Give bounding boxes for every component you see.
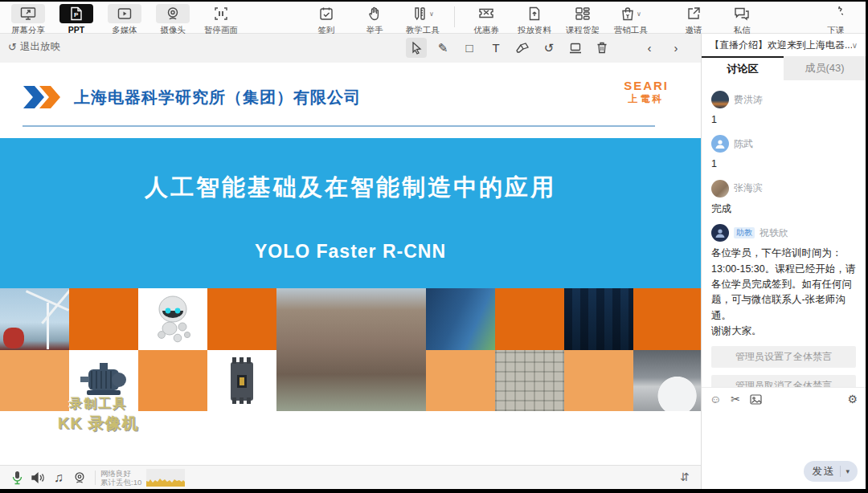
trash-icon [596, 42, 608, 54]
collapse-panel-button[interactable]: ⇵ [680, 471, 690, 483]
live-intro-header[interactable]: 【直播介绍】欢迎来到上海电器... ∨ [702, 34, 866, 56]
toolbar-group-source: 屏幕分享 P PPT 多媒体 摄像头 [11, 2, 238, 34]
send-row: 发送 ▾ [702, 458, 866, 489]
author-name: 祝轶欣 [760, 226, 788, 240]
toolbar-camera[interactable]: 摄像头 [156, 2, 190, 36]
music-button[interactable]: ♫ [48, 471, 69, 485]
toolbar-pause-frame[interactable]: 暂停画面 [204, 2, 238, 36]
toolbar-course-shelf[interactable]: 课程货架 [566, 2, 600, 36]
tab-discussion[interactable]: 讨论区 [702, 56, 784, 80]
pencil-icon: ✎ [438, 41, 448, 55]
stage-bar: ↺ 退出放映 ✎ □ T ↺ ‹ › [0, 34, 701, 63]
network-waveform [146, 469, 185, 487]
board-tool[interactable] [565, 38, 586, 58]
toolbar-group-social: 邀请 私信 [677, 2, 759, 34]
toolbar-group-teaching: 签到 举手 ∨ 教学工具 优惠券 [309, 2, 648, 34]
photo-circuit-breaker [207, 350, 276, 412]
tab-members[interactable]: 成员(43) [784, 56, 866, 80]
message-text: 1 [711, 112, 856, 128]
toolbar-direct-message[interactable]: 私信 [725, 2, 759, 36]
orange-tile [564, 350, 633, 412]
live-intro-title: 【直播介绍】欢迎来到上海电器... [710, 39, 852, 52]
toolbar-screen-share[interactable]: 屏幕分享 [11, 2, 45, 36]
avatar [711, 224, 729, 242]
network-info: 网络良好 累计丢包:10 [100, 469, 141, 487]
network-status-text: 网络良好 [100, 469, 141, 478]
eraser-icon [516, 43, 529, 54]
photo-emc-chamber [495, 350, 564, 412]
scissors-icon: ✂ [731, 393, 740, 405]
message-text: 完成 [711, 202, 856, 217]
clear-tool[interactable] [592, 38, 612, 58]
next-slide-button[interactable]: › [665, 38, 686, 58]
image-icon [750, 394, 762, 405]
slide-header: 上海电器科学研究所（集团）有限公司 SEARI 上電科 [23, 85, 675, 127]
marketing-bag-icon: ∨ [614, 4, 648, 23]
text-icon: T [492, 41, 499, 55]
double-chevron-icon [23, 85, 64, 109]
chat-message-input[interactable] [702, 409, 866, 455]
slide-subtitle: YOLO Faster R-CNN [0, 241, 701, 263]
chevron-down-icon: ∨ [852, 41, 858, 50]
undo-tool[interactable]: ↺ [538, 38, 559, 58]
shape-tool[interactable]: □ [459, 38, 480, 58]
end-class-icon [819, 4, 853, 23]
emoji-button[interactable]: ☺ [710, 393, 721, 405]
webcam-icon [73, 471, 86, 484]
board-icon [569, 43, 582, 54]
photo-collage [0, 288, 701, 411]
chat-sidebar: 【直播介绍】欢迎来到上海电器... ∨ 讨论区 成员(43) 费洪涛 1 陈武 [701, 34, 866, 489]
pen-tool[interactable]: ✎ [432, 38, 453, 58]
toolbar-materials[interactable]: 投放资料 [518, 2, 551, 36]
toolbar-invite[interactable]: 邀请 [677, 2, 710, 36]
status-bar: ♫ 网络良好 累计丢包:10 ⇵ [0, 465, 701, 489]
prev-slide-button[interactable]: ‹ [639, 38, 660, 58]
cut-button[interactable]: ✂ [731, 393, 740, 405]
speaker-button[interactable] [27, 471, 48, 484]
recorder-watermark: 录制工具 KK 录像机 [58, 396, 138, 434]
photo-institute-building [276, 288, 426, 411]
calendar-check-icon [309, 4, 343, 23]
eraser-tool[interactable] [512, 38, 533, 58]
image-button[interactable] [750, 394, 762, 405]
toolbar-coupon[interactable]: 优惠券 [469, 2, 503, 36]
coupon-icon [469, 4, 503, 23]
chat-settings-button[interactable]: ⚙ [847, 393, 858, 405]
toolbar-multimedia[interactable]: 多媒体 [108, 2, 141, 36]
chat-feed[interactable]: 费洪涛 1 陈武 1 张海滨 完成 [702, 80, 866, 387]
toolbar-end-class[interactable]: 下课 [819, 2, 853, 36]
send-button[interactable]: 发送 ▾ [804, 461, 858, 482]
toolbar-check-in[interactable]: 签到 [309, 2, 343, 36]
media-play-icon [108, 4, 141, 23]
toolbar-group-end: 下课 [819, 2, 853, 34]
header-rule [23, 125, 655, 127]
logo-text-cn: 上電科 [624, 92, 669, 106]
toolbar-marketing-tools[interactable]: ∨ 营销工具 [614, 2, 648, 36]
toolbar-ppt[interactable]: P PPT [59, 2, 93, 35]
send-options-caret-icon: ▾ [845, 467, 850, 475]
chat-input-zone: ☺ ✂ ⚙ 发送 ▾ [702, 387, 866, 489]
orange-tile [69, 288, 138, 350]
exit-slideshow-button[interactable]: ↺ 退出放映 [8, 40, 60, 54]
microphone-button[interactable] [6, 471, 27, 485]
webcam-icon [156, 4, 190, 23]
chat-message: 费洪涛 1 [711, 91, 856, 128]
materials-icon [518, 4, 551, 23]
text-tool[interactable]: T [485, 38, 506, 58]
orange-tile [633, 288, 701, 350]
chat-message: 助教 祝轶欣 各位学员，下午培训时间为：13:00-15:30。课程已经开始，请… [711, 224, 856, 339]
author-name: 张海滨 [734, 181, 763, 195]
system-message: 管理员取消了全体禁言 [711, 375, 856, 387]
webcam-button[interactable] [69, 471, 90, 484]
toolbar-raise-hand[interactable]: 举手 [358, 2, 391, 36]
sidebar-tabs: 讨论区 成员(43) [702, 56, 866, 80]
photo-robot [138, 288, 207, 350]
avatar [711, 180, 729, 198]
rectangle-icon: □ [465, 41, 473, 55]
watermark-line1: 录制工具 [58, 396, 138, 413]
author-name: 费洪涛 [734, 93, 763, 107]
avatar [711, 91, 729, 108]
packet-loss-text: 累计丢包:10 [100, 478, 141, 487]
toolbar-teaching-tools[interactable]: ∨ 教学工具 [406, 2, 440, 36]
select-tool[interactable] [406, 38, 427, 58]
